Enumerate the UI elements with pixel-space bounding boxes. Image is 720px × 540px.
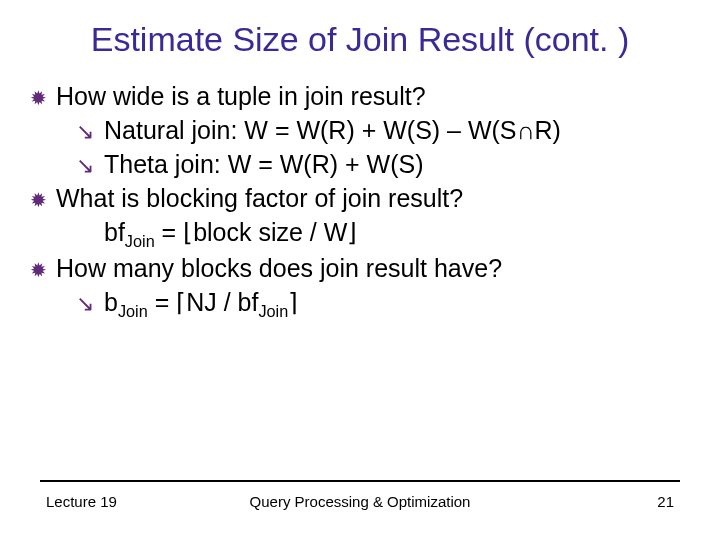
bullet-level1: ✹ What is blocking factor of join result… xyxy=(30,182,690,216)
slide-body: ✹ How wide is a tuple in join result? ↘ … xyxy=(30,80,690,323)
bullet-level1: ✹ How wide is a tuple in join result? xyxy=(30,80,690,114)
subscript: Join xyxy=(258,302,288,320)
bullet-level2: ↘ bJoin = ⌈NJ / bfJoin⌉ xyxy=(30,286,690,323)
arrow-icon: ↘ xyxy=(76,289,104,319)
footer-page-number: 21 xyxy=(657,493,674,510)
subscript: Join xyxy=(125,232,155,250)
arrow-icon: ↘ xyxy=(76,117,104,147)
footer-divider xyxy=(40,480,680,482)
bullet-text: bfJoin = ⌊block size / W⌋ xyxy=(104,216,357,253)
burst-icon: ✹ xyxy=(30,254,56,286)
bullet-level2: bfJoin = ⌊block size / W⌋ xyxy=(30,216,690,253)
slide-title: Estimate Size of Join Result (cont. ) xyxy=(0,20,720,59)
text-run: ⌉ xyxy=(288,288,298,316)
bullet-level1: ✹ How many blocks does join result have? xyxy=(30,252,690,286)
text-run: = ⌊block size / W⌋ xyxy=(155,218,358,246)
bullet-level2: ↘ Theta join: W = W(R) + W(S) xyxy=(30,148,690,182)
subscript: Join xyxy=(118,302,148,320)
bullet-text: What is blocking factor of join result? xyxy=(56,182,690,216)
bullet-text: bJoin = ⌈NJ / bfJoin⌉ xyxy=(104,286,298,323)
footer: Lecture 19 Query Processing & Optimizati… xyxy=(0,486,720,510)
slide: Estimate Size of Join Result (cont. ) ✹ … xyxy=(0,0,720,540)
text-run: b xyxy=(104,288,118,316)
burst-icon: ✹ xyxy=(30,82,56,114)
bullet-text: How many blocks does join result have? xyxy=(56,252,690,286)
footer-center: Query Processing & Optimization xyxy=(0,493,720,510)
text-run: = ⌈NJ / bf xyxy=(148,288,259,316)
burst-icon: ✹ xyxy=(30,184,56,216)
bullet-text: Natural join: W = W(R) + W(S) – W(S∩R) xyxy=(104,114,561,148)
text-run: bf xyxy=(104,218,125,246)
bullet-level2: ↘ Natural join: W = W(R) + W(S) – W(S∩R) xyxy=(30,114,690,148)
bullet-text: Theta join: W = W(R) + W(S) xyxy=(104,148,423,182)
arrow-icon: ↘ xyxy=(76,151,104,181)
bullet-text: How wide is a tuple in join result? xyxy=(56,80,690,114)
